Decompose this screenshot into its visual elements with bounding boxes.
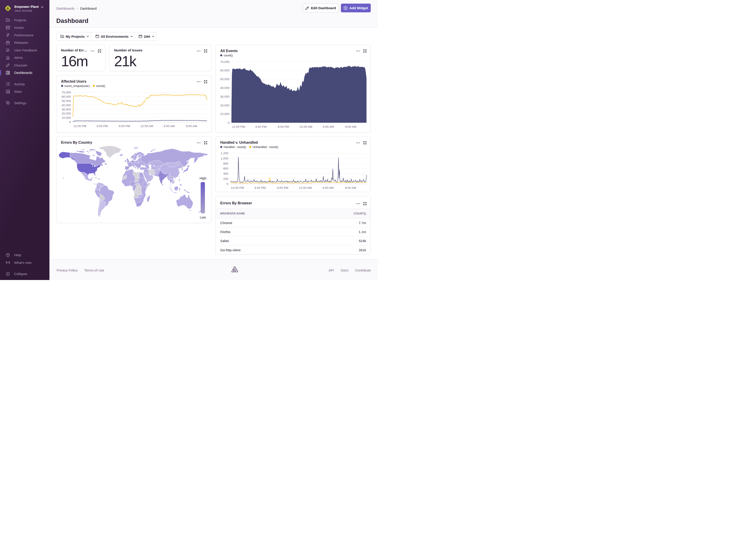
svg-text:12:00 PM: 12:00 PM bbox=[73, 124, 86, 128]
svg-text:8:00 PM: 8:00 PM bbox=[277, 186, 288, 189]
svg-text:4:00 PM: 4:00 PM bbox=[254, 186, 266, 189]
svg-text:4:00 AM: 4:00 AM bbox=[323, 186, 334, 189]
svg-text:70,000: 70,000 bbox=[220, 60, 229, 63]
svg-text:8:00 PM: 8:00 PM bbox=[119, 124, 130, 128]
svg-text:40,000: 40,000 bbox=[62, 103, 71, 107]
svg-text:12:00 PM: 12:00 PM bbox=[231, 186, 244, 189]
svg-text:60,000: 60,000 bbox=[220, 69, 229, 72]
svg-text:600: 600 bbox=[224, 167, 229, 170]
svg-text:20,000: 20,000 bbox=[62, 112, 71, 115]
svg-text:20,000: 20,000 bbox=[220, 103, 229, 107]
svg-text:0: 0 bbox=[69, 120, 71, 124]
svg-text:10,000: 10,000 bbox=[220, 112, 229, 116]
svg-text:70,000: 70,000 bbox=[62, 91, 71, 94]
svg-text:30,000: 30,000 bbox=[62, 108, 71, 111]
svg-text:1,200: 1,200 bbox=[221, 152, 228, 155]
svg-text:8:00 AM: 8:00 AM bbox=[345, 186, 356, 189]
svg-text:12:00 AM: 12:00 AM bbox=[140, 124, 153, 128]
svg-text:40,000: 40,000 bbox=[220, 86, 229, 89]
svg-text:8:00 AM: 8:00 AM bbox=[345, 125, 356, 128]
svg-text:200: 200 bbox=[224, 177, 229, 181]
svg-text:400: 400 bbox=[224, 172, 229, 175]
svg-text:10,000: 10,000 bbox=[62, 116, 71, 119]
svg-text:50,000: 50,000 bbox=[220, 78, 229, 81]
svg-text:8:00 PM: 8:00 PM bbox=[278, 125, 289, 128]
svg-text:8:00 AM: 8:00 AM bbox=[186, 124, 197, 128]
svg-text:1,000: 1,000 bbox=[221, 157, 228, 160]
svg-text:4:00 AM: 4:00 AM bbox=[163, 124, 175, 128]
svg-text:30,000: 30,000 bbox=[220, 95, 229, 98]
svg-text:12:00 AM: 12:00 AM bbox=[299, 186, 312, 189]
svg-text:12:00 PM: 12:00 PM bbox=[232, 125, 245, 128]
svg-text:4:00 PM: 4:00 PM bbox=[255, 125, 267, 128]
svg-text:800: 800 bbox=[224, 162, 229, 165]
svg-text:12:00 AM: 12:00 AM bbox=[299, 125, 312, 128]
svg-text:0: 0 bbox=[228, 121, 230, 124]
svg-text:4:00 PM: 4:00 PM bbox=[96, 124, 108, 128]
svg-text:4:00 AM: 4:00 AM bbox=[323, 125, 334, 128]
svg-text:50,000: 50,000 bbox=[62, 99, 71, 103]
svg-text:0: 0 bbox=[227, 182, 229, 186]
svg-text:60,000: 60,000 bbox=[62, 95, 71, 98]
